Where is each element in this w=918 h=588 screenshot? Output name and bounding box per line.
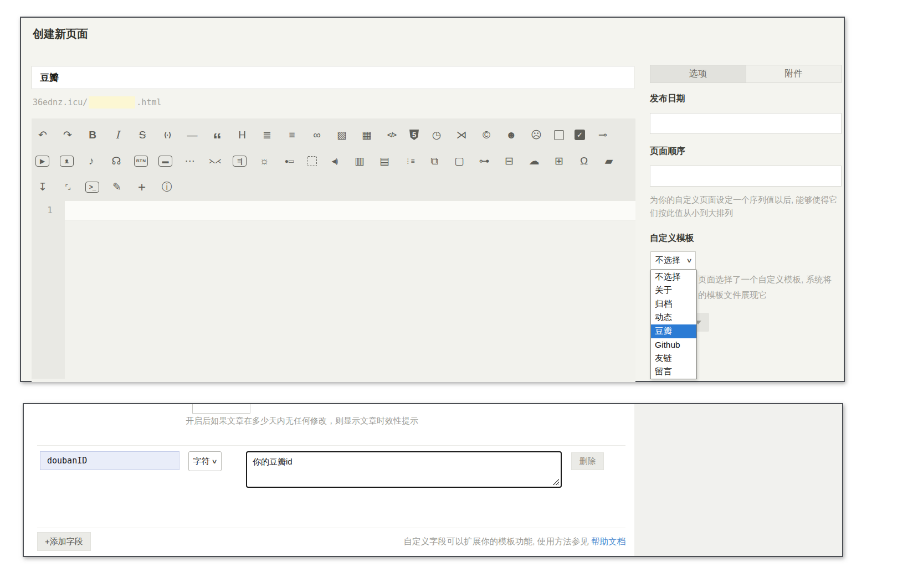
add-icon[interactable]: + xyxy=(135,180,149,194)
connection-icon[interactable]: ⊶ xyxy=(477,154,491,168)
inline-code-icon[interactable]: ⟨·⟩ xyxy=(160,128,175,142)
cloud-icon[interactable]: ☁ xyxy=(527,154,541,168)
template-select-value: 不选择 xyxy=(655,255,680,266)
field-value-text: 你的豆瓣id xyxy=(253,457,293,466)
tag-icon[interactable]: ▬ xyxy=(158,156,172,167)
table-icon[interactable]: ▦ xyxy=(360,128,374,142)
edit-icon[interactable]: ✎ xyxy=(110,180,124,194)
code-block-icon[interactable]: </> xyxy=(384,128,399,142)
divider xyxy=(37,528,625,528)
tab-attachments[interactable]: 附件 xyxy=(746,65,842,82)
audio-icon[interactable]: ◀) xyxy=(327,154,342,168)
unordered-list-icon[interactable]: ≡ xyxy=(285,128,299,142)
slug-input[interactable] xyxy=(89,96,135,109)
template-select[interactable]: 不选择 ∨ xyxy=(650,251,696,270)
copyright-icon[interactable]: © xyxy=(479,128,494,142)
line-number: 1 xyxy=(47,205,53,215)
eraser-icon[interactable]: ▰ xyxy=(602,154,616,168)
strikethrough-icon[interactable]: S xyxy=(135,128,150,142)
ellipsis-icon[interactable]: ⋯ xyxy=(183,154,197,168)
redo-icon[interactable]: ↷ xyxy=(60,128,75,142)
page-title-input[interactable]: 豆瓣 xyxy=(32,66,634,89)
checkbox-checked-icon[interactable]: ✓ xyxy=(575,130,585,140)
editor-content-area[interactable] xyxy=(65,201,635,379)
html5-icon[interactable]: 5 xyxy=(409,130,419,140)
alarm-icon[interactable]: Ω xyxy=(577,154,591,168)
emoji-angry-icon[interactable]: ☹ xyxy=(529,128,543,142)
active-line[interactable] xyxy=(65,201,635,220)
page-order-help: 为你的自定义页面设定一个序列值以后, 能够使得它们按此值从小到大排列 xyxy=(650,193,845,220)
file-icon[interactable]: ▢ xyxy=(452,154,466,168)
note-icon[interactable]: ▤ xyxy=(377,154,392,168)
hidden-text-icon[interactable]: ⋋⋌ xyxy=(208,154,222,168)
toolbar-row-3: ↧⌜⌟>_✎+ⓘ xyxy=(35,174,635,200)
undo-icon[interactable]: ↶ xyxy=(35,128,50,142)
italic-icon[interactable]: I xyxy=(110,128,125,142)
grid-icon[interactable]: ⊞ xyxy=(552,154,566,168)
custom-template-label: 自定义模板 xyxy=(650,233,694,244)
netease-music-icon[interactable]: ☊ xyxy=(109,154,124,168)
template-option[interactable]: 归档 xyxy=(651,297,696,311)
emoji-smile-icon[interactable]: ☻ xyxy=(504,128,519,142)
template-option[interactable]: 留言 xyxy=(651,365,696,379)
divider xyxy=(37,445,625,446)
publish-date-input[interactable] xyxy=(650,113,842,134)
image-icon[interactable]: ▧ xyxy=(335,128,349,142)
heading-icon[interactable]: H xyxy=(235,128,249,142)
help-docs-link[interactable]: 帮助文档 xyxy=(591,537,625,546)
field-type-select[interactable]: 字符 ∨ xyxy=(188,451,222,471)
button-icon[interactable]: BTN xyxy=(134,156,148,167)
sidebar-tabs: 选项 附件 xyxy=(650,65,842,83)
fields-help-text: 自定义字段可以扩展你的模板功能, 使用方法参见 xyxy=(404,537,591,546)
horizontal-rule-icon[interactable]: — xyxy=(185,128,199,142)
checkbox-empty-icon[interactable] xyxy=(554,130,564,140)
permalink-row: 36ednz.icu/.html xyxy=(33,96,162,109)
input-field-icon[interactable]: =| xyxy=(233,156,247,167)
bold-icon[interactable]: B xyxy=(85,128,100,142)
cards-icon[interactable]: ▥ xyxy=(352,154,367,168)
template-dropdown: 不选择关于归档动态豆瓣Github友链留言 xyxy=(650,270,697,379)
selection-box-icon[interactable] xyxy=(307,156,317,166)
bilibili-icon[interactable]: ᴥ xyxy=(60,156,74,167)
info-icon[interactable]: ⓘ xyxy=(160,180,174,194)
ordered-list-icon[interactable]: ≣ xyxy=(260,128,274,142)
publish-date-label: 发布日期 xyxy=(650,93,685,105)
copy-icon[interactable]: ⧉ xyxy=(427,154,442,168)
video-icon[interactable]: ▶ xyxy=(35,156,49,167)
steps-icon[interactable]: ⋮≡ xyxy=(402,154,417,168)
template-option[interactable]: 豆瓣 xyxy=(651,324,696,338)
time-icon[interactable]: ◷ xyxy=(429,128,444,142)
brightness-icon[interactable]: ☼ xyxy=(257,154,271,168)
expire-days-input-partial[interactable] xyxy=(192,404,250,414)
template-help-line1: 页面选择了一个自定义模板, 系统将 xyxy=(698,272,848,287)
line-number-gutter: 1 xyxy=(32,201,65,379)
terminal-icon[interactable]: >_ xyxy=(85,182,99,193)
tab-options[interactable]: 选项 xyxy=(650,65,746,82)
template-option[interactable]: 不选择 xyxy=(651,270,696,284)
template-option[interactable]: Github xyxy=(651,338,696,352)
template-option[interactable]: 友链 xyxy=(651,352,696,365)
page-order-input[interactable] xyxy=(650,166,842,187)
window-icon[interactable]: ⊟ xyxy=(502,154,516,168)
field-name-input[interactable]: doubanID xyxy=(40,451,180,470)
link-icon[interactable]: ∞ xyxy=(310,128,324,142)
field-name-value: doubanID xyxy=(47,456,87,466)
page-title-value: 豆瓣 xyxy=(40,71,59,84)
template-option[interactable]: 动态 xyxy=(651,311,696,325)
template-option[interactable]: 关于 xyxy=(651,284,696,298)
create-page-panel: 创建新页面 豆瓣 36ednz.icu/.html ↶↷BIS⟨·⟩—“H≣≡∞… xyxy=(20,17,845,382)
music-icon[interactable]: ♪ xyxy=(84,154,99,168)
blockquote-icon[interactable]: “ xyxy=(210,123,224,147)
commit-icon[interactable]: ⊸ xyxy=(596,128,610,142)
read-more-icon[interactable]: ⋊ xyxy=(454,128,469,142)
toggle-icon[interactable]: ●▭ xyxy=(282,154,296,168)
download-icon[interactable]: ↧ xyxy=(35,180,50,194)
markdown-editor: ↶↷BIS⟨·⟩—“H≣≡∞▧▦</>5◷⋊©☻☹✓⊸ ▶ᴥ♪☊BTN▬⋯⋋⋌=… xyxy=(32,118,635,382)
field-value-textarea[interactable]: 你的豆瓣id xyxy=(246,451,562,488)
fullscreen-icon[interactable]: ⌜⌟ xyxy=(60,180,75,194)
delete-field-button[interactable]: 删除 xyxy=(571,452,604,470)
add-field-button[interactable]: +添加字段 xyxy=(37,532,91,551)
chevron-down-icon: ∨ xyxy=(212,458,218,465)
toolbar-row-2: ▶ᴥ♪☊BTN▬⋯⋋⋌=|☼●▭◀)▥▤⋮≡⧉▢⊶⊟☁⊞Ω▰ xyxy=(35,148,635,174)
expire-hint: 开启后如果文章在多少天内无任何修改，则显示文章时效性提示 xyxy=(186,416,418,426)
